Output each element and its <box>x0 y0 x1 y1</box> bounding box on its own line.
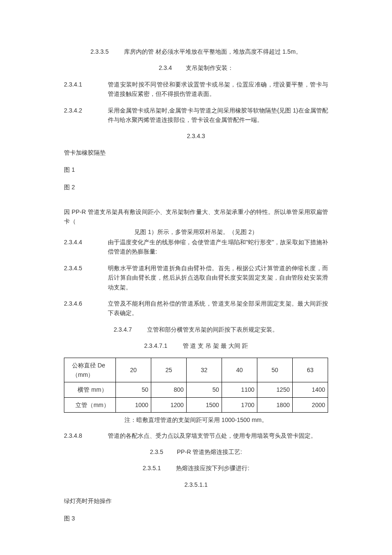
clause-number: 2.3.4.8 <box>64 431 82 440</box>
clause-text: 管道安装时按不同管径和要求设置管卡或吊架，位置应准确，埋设要平整，管卡与管道接触… <box>82 80 328 99</box>
table-cell: 50 <box>187 382 222 397</box>
clause-text: 热熔连接应按下列步骤进行: <box>176 465 249 471</box>
clause-number: 2.3.4 <box>159 64 172 71</box>
clause-2-3-4-1: 2.3.4.1 管道安装时按不同管径和要求设置管卡或吊架，位置应准确，埋设要平整… <box>64 80 328 99</box>
table-cell: 2000 <box>292 397 328 412</box>
clause-2-3-4-2: 2.3.4.2 采用金属管卡或吊架时,金属管卡与管道之间采用橡胶等软物隔垫(见图… <box>64 106 328 125</box>
clause-number: 2.3.4.7.1 <box>144 342 167 349</box>
clause-text: 由于温度变化产生的线形伸缩，会使管道产生塌陷和"蛇行形变"，故采取如下措施补偿管… <box>82 237 328 257</box>
clause-2-3-5-1-1: 2.3.5.1.1 <box>64 480 328 489</box>
clause-number: 2.3.4.1 <box>64 80 82 99</box>
table-cell: 63 <box>292 358 328 382</box>
green-light-note: 绿灯亮时开始操作 <box>64 496 328 506</box>
table-row: 立管（mm） 1000 1200 1500 1700 1800 2000 <box>64 397 328 412</box>
table-cell: 50 <box>257 358 293 382</box>
clause-number: 2.3.4.2 <box>64 106 82 125</box>
clause-number: 2.3.4.6 <box>64 299 82 318</box>
spacing-table: 公称直径 De（mm） 20 25 32 40 50 63 横管 mm） 50 … <box>64 358 328 413</box>
clause-2-3-4-7: 2.3.4.7 立管和部分横管支吊架的间距按下表所规定安装。 <box>64 325 328 334</box>
clause-2-3-3-5: 2.3.3.5 库房内的管 材必须水平堆放在平整地面，堆放高度不得超过 1.5m… <box>64 47 328 56</box>
table-cell: 1000 <box>116 397 151 412</box>
figure-3-label: 图 3 <box>64 514 328 523</box>
clause-number: 2.3.3.5 <box>90 48 109 55</box>
clause-text: 明敷水平管道利用管道折角自由臂补偿。首先，根据公式计算管道的伸缩长度，而后计算自… <box>82 263 328 292</box>
clause-text: 立管和部分横管支吊架的间距按下表所规定安装。 <box>147 326 278 333</box>
clause-number: 2.3.4.5 <box>64 263 82 292</box>
spacer <box>64 199 328 207</box>
ppr-description-line2: 见图 1）所示，多管采用双杆吊架。（见图 2） <box>64 227 328 237</box>
table-cell: 25 <box>151 358 187 382</box>
table-note: 注：暗敷直埋管道的支架间距可采用 1000-1500 mm。 <box>64 415 328 425</box>
clause-number: 2.3.5 <box>150 448 163 455</box>
clause-text: PP-R 管道热熔连接工艺: <box>177 448 242 455</box>
table-cell: 1250 <box>257 382 293 397</box>
clause-text: 采用金属管卡或吊架时,金属管卡与管道之间采用橡胶等软物隔垫(见图 1)在金属管配… <box>82 106 328 125</box>
table-row: 公称直径 De（mm） 20 25 32 40 50 63 <box>64 358 328 382</box>
clause-text: 立管及不能利用自然补偿的管道系统，管道支吊架全部采用固定支架。最大间距按下表确定… <box>82 299 328 318</box>
table-cell: 40 <box>222 358 257 382</box>
table-cell: 1200 <box>151 397 187 412</box>
clause-2-3-4: 2.3.4支吊架制作安装： <box>64 63 328 72</box>
clause-number: 2.3.4.7 <box>114 326 132 333</box>
clause-2-3-5: 2.3.5PP-R 管道热熔连接工艺: <box>64 447 328 457</box>
table-cell: 横管 mm） <box>64 382 116 397</box>
clause-2-3-4-7-1: 2.3.4.7.1 管 道 支 吊 架 最 大间 距 <box>64 341 328 350</box>
table-cell: 1500 <box>187 397 222 412</box>
clause-number: 2.3.4.3 <box>187 133 205 139</box>
table-row: 横管 mm） 50 800 50 1100 1250 1400 <box>64 382 328 397</box>
clause-text: 支吊架制作安装： <box>186 64 233 71</box>
ppr-description-line1: 因 PP-R 管道支吊架具有敷设间距小、支吊架制作量大、支吊架承重小的特性。所以… <box>64 207 328 226</box>
figure-1-label: 图 1 <box>64 165 328 174</box>
clause-text: 管道的各配水点、受力点以及穿墙支管节点处，使用专用墙装弯头及管卡固定。 <box>82 431 328 440</box>
clause-text: 库房内的管 材必须水平堆放在平整地面，堆放高度不得超过 1.5m。 <box>124 48 302 55</box>
clause-2-3-4-8: 2.3.4.8 管道的各配水点、受力点以及穿墙支管节点处，使用专用墙装弯头及管卡… <box>64 431 328 440</box>
clause-number: 2.3.4.4 <box>64 237 82 257</box>
figure-2-label: 图 2 <box>64 182 328 192</box>
table-cell: 1400 <box>292 382 328 397</box>
table-cell: 1700 <box>222 397 257 412</box>
caption-rubber-pad: 管卡加橡胶隔垫 <box>64 148 328 157</box>
table-cell: 32 <box>187 358 222 382</box>
table-title: 管 道 支 吊 架 最 大间 距 <box>183 342 248 349</box>
clause-2-3-4-3: 2.3.4.3 <box>64 131 328 141</box>
clause-2-3-4-4: 2.3.4.4 由于温度变化产生的线形伸缩，会使管道产生塌陷和"蛇行形变"，故采… <box>64 237 328 257</box>
document-page: 2.3.3.5 库房内的管 材必须水平堆放在平整地面，堆放高度不得超过 1.5m… <box>0 0 392 555</box>
clause-2-3-5-1: 2.3.5.1 热熔连接应按下列步骤进行: <box>64 463 328 473</box>
table-cell: 20 <box>116 358 151 382</box>
clause-2-3-4-5: 2.3.4.5 明敷水平管道利用管道折角自由臂补偿。首先，根据公式计算管道的伸缩… <box>64 263 328 292</box>
clause-2-3-4-6: 2.3.4.6 立管及不能利用自然补偿的管道系统，管道支吊架全部采用固定支架。最… <box>64 299 328 318</box>
clause-number: 2.3.5.1.1 <box>184 481 208 488</box>
table-cell: 公称直径 De（mm） <box>64 358 116 382</box>
clause-number: 2.3.5.1 <box>143 465 161 471</box>
table-cell: 1100 <box>222 382 257 397</box>
table-cell: 立管（mm） <box>64 397 116 412</box>
table-cell: 50 <box>116 382 151 397</box>
table-cell: 800 <box>151 382 187 397</box>
table-cell: 1800 <box>257 397 293 412</box>
